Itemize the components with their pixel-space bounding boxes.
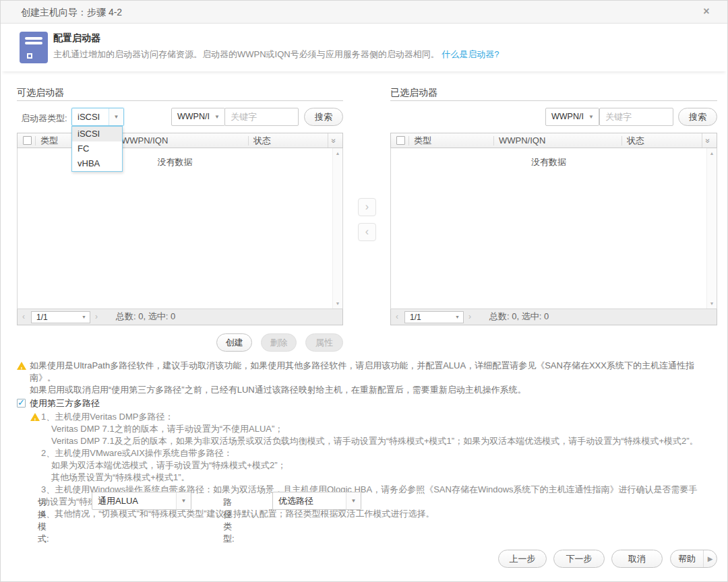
column-settings-icon[interactable]: » bbox=[702, 133, 717, 148]
initiator-type-menu: iSCSI FC vHBA bbox=[71, 126, 123, 172]
available-select-all-checkbox[interactable] bbox=[23, 136, 32, 145]
prev-page-icon[interactable]: ‹ bbox=[22, 312, 25, 321]
create-button[interactable]: 创建 bbox=[216, 333, 252, 352]
dialog-title: 创建主机向导：步骤 4-2 bbox=[21, 1, 122, 24]
page-value: 1/1 bbox=[410, 312, 421, 323]
chevron-down-icon[interactable]: ▼ bbox=[584, 108, 599, 125]
selected-scrollbar[interactable]: ▲ ▼ bbox=[706, 148, 717, 309]
available-table-body: 没有数据 ▲ ▼ bbox=[17, 148, 343, 309]
notice-line-2: 如果启用或取消启用“使用第三方多路径”之前，已经有LUN通过该路径映射给主机，在… bbox=[30, 384, 715, 396]
properties-button[interactable]: 属性 bbox=[305, 333, 343, 352]
dialog-titlebar: 创建主机向导：步骤 4-2 × bbox=[1, 1, 727, 24]
switch-mode-select[interactable]: 通用ALUA ▼ bbox=[92, 492, 191, 510]
delete-button[interactable]: 删除 bbox=[261, 333, 297, 352]
wizard-step-header: 配置启动器 主机通过增加的启动器访问存储资源。启动器的WWPN或IQN号必须与应… bbox=[1, 24, 727, 71]
third-party-multipath-label: 使用第三方多路径 bbox=[30, 398, 100, 408]
selected-panel-divider bbox=[390, 100, 717, 101]
path-type-label: 路径类型: bbox=[223, 496, 235, 545]
cancel-button[interactable]: 取消 bbox=[611, 550, 663, 568]
path-type-value: 优选路径 bbox=[273, 492, 346, 509]
selected-keyword-input[interactable] bbox=[599, 108, 673, 126]
step-title: 配置启动器 bbox=[53, 32, 100, 44]
step-description: 主机通过增加的启动器访问存储资源。启动器的WWPN或IQN号必须与应用服务器侧的… bbox=[53, 48, 499, 61]
step-description-text: 主机通过增加的启动器访问存储资源。启动器的WWPN或IQN号必须与应用服务器侧的… bbox=[53, 49, 439, 59]
column-status: 状态 bbox=[627, 133, 644, 148]
available-page-select[interactable]: 1/1 ▼ bbox=[31, 311, 90, 323]
warning-icon: ! bbox=[30, 413, 40, 421]
column-type: 类型 bbox=[414, 133, 431, 148]
selected-select-all-checkbox[interactable] bbox=[396, 136, 405, 145]
selected-filter-field-value: WWPN/IQN bbox=[546, 108, 584, 125]
selected-empty-text: 没有数据 bbox=[391, 156, 706, 168]
available-pagination: ‹ 1/1 ▼ › 总数: 0, 选中: 0 bbox=[17, 309, 343, 325]
next-step-button[interactable]: 下一步 bbox=[553, 550, 605, 568]
column-wwpn: WWPN/IQN bbox=[499, 133, 545, 148]
create-host-wizard-dialog: 创建主机向导：步骤 4-2 × 配置启动器 主机通过增加的启动器访问存储资源。启… bbox=[0, 0, 728, 582]
move-left-button[interactable]: ‹ bbox=[358, 223, 376, 241]
selected-panel-title: 已选启动器 bbox=[390, 87, 437, 99]
column-status: 状态 bbox=[253, 133, 271, 148]
note-line: Veritas DMP 7.1之前的版本，请手动设置为“不使用ALUA”； bbox=[17, 423, 715, 435]
note-line: Veritas DMP 7.1及之后的版本，如果为非双活场景或双活负载均衡模式，… bbox=[17, 435, 715, 447]
check-icon: ✓ bbox=[18, 397, 25, 409]
scroll-down-icon[interactable]: ▼ bbox=[333, 301, 342, 306]
path-type-select[interactable]: 优选路径 ▼ bbox=[272, 492, 361, 510]
next-page-icon[interactable]: › bbox=[468, 312, 471, 321]
column-settings-icon[interactable]: » bbox=[328, 133, 342, 148]
warning-icon: ! bbox=[17, 362, 26, 370]
selected-table-header: 类型 WWPN/IQN 状态 » bbox=[390, 133, 717, 148]
selected-page-select[interactable]: 1/1 ▼ bbox=[404, 311, 464, 323]
ultrapath-notice: ! 如果使用是UltraPath多路径软件，建议手动取消该功能，如果使用其他多路… bbox=[17, 360, 715, 396]
close-icon[interactable]: × bbox=[700, 5, 712, 18]
chevron-down-icon[interactable]: ▼ bbox=[210, 108, 224, 125]
chevron-down-icon[interactable]: ▼ bbox=[176, 492, 191, 509]
chevron-down-icon[interactable]: ▼ bbox=[346, 492, 361, 509]
prev-page-icon[interactable]: ‹ bbox=[396, 312, 398, 321]
selected-search-button[interactable]: 搜索 bbox=[678, 108, 717, 126]
scroll-down-icon[interactable]: ▼ bbox=[707, 301, 717, 306]
initiator-type-select[interactable]: iSCSI ▼ bbox=[71, 108, 124, 126]
available-scrollbar[interactable]: ▲ ▼ bbox=[332, 148, 342, 309]
next-page-icon[interactable]: › bbox=[95, 312, 98, 321]
help-button-group: 帮助 ▶ bbox=[670, 550, 717, 568]
help-button[interactable]: 帮助 bbox=[671, 550, 703, 567]
available-search-button[interactable]: 搜索 bbox=[304, 108, 343, 126]
chevron-right-icon: › bbox=[365, 201, 369, 212]
switch-mode-label: 切换模式: bbox=[38, 496, 49, 545]
menu-item-vhba[interactable]: vHBA bbox=[72, 156, 122, 171]
selected-count-summary: 总数: 0, 选中: 0 bbox=[489, 309, 549, 324]
available-count-summary: 总数: 0, 选中: 0 bbox=[116, 309, 175, 324]
note-line: 2、主机使用VMware或AIX操作系统自带多路径： bbox=[17, 447, 715, 459]
note-line: 如果为双活本端优选模式，请手动设置为“特殊模式+模式2”； bbox=[17, 459, 715, 472]
notice-line-1: 如果使用是UltraPath多路径软件，建议手动取消该功能，如果使用其他多路径软… bbox=[30, 360, 715, 384]
selected-filter-field-select[interactable]: WWPN/IQN ▼ bbox=[545, 108, 599, 126]
previous-step-button[interactable]: 上一步 bbox=[498, 550, 547, 568]
help-menu-arrow-icon[interactable]: ▶ bbox=[703, 550, 717, 567]
move-right-button[interactable]: › bbox=[358, 198, 376, 216]
chevron-down-icon[interactable]: ▼ bbox=[109, 108, 123, 125]
column-wwpn: WWPN/IQN bbox=[121, 133, 168, 148]
scroll-up-icon[interactable]: ▲ bbox=[707, 151, 717, 156]
available-filter-field-value: WWPN/IQN bbox=[172, 108, 210, 125]
what-is-initiator-link[interactable]: 什么是启动器? bbox=[442, 49, 499, 59]
available-panel-title: 可选启动器 bbox=[17, 87, 64, 99]
selected-pagination: ‹ 1/1 ▼ › 总数: 0, 选中: 0 bbox=[390, 309, 717, 325]
wizard-footer: 上一步 下一步 取消 帮助 ▶ bbox=[1, 550, 727, 569]
chevron-down-icon: ▼ bbox=[455, 315, 460, 319]
available-empty-text: 没有数据 bbox=[18, 156, 332, 168]
initiator-type-value: iSCSI bbox=[72, 108, 109, 125]
available-filter-field-select[interactable]: WWPN/IQN ▼ bbox=[171, 108, 225, 126]
available-keyword-input[interactable] bbox=[224, 108, 299, 126]
chevron-down-icon: ▼ bbox=[82, 315, 86, 319]
scroll-up-icon[interactable]: ▲ bbox=[333, 151, 342, 156]
third-party-multipath-row: ✓ 使用第三方多路径 bbox=[17, 397, 715, 410]
initiator-type-label: 启动器类型: bbox=[21, 112, 67, 125]
note-line: 其他场景设置为“特殊模式+模式1”。 bbox=[17, 472, 715, 484]
server-icon bbox=[20, 32, 48, 63]
available-panel-divider bbox=[17, 100, 343, 101]
note-line: 1、主机使用Veritas DMP多路径： bbox=[17, 411, 715, 423]
menu-item-iscsi[interactable]: iSCSI bbox=[72, 127, 122, 141]
available-table-header: 类型 WWPN/IQN 状态 » bbox=[17, 133, 343, 148]
third-party-multipath-checkbox[interactable]: ✓ bbox=[17, 399, 26, 408]
menu-item-fc[interactable]: FC bbox=[72, 141, 122, 156]
